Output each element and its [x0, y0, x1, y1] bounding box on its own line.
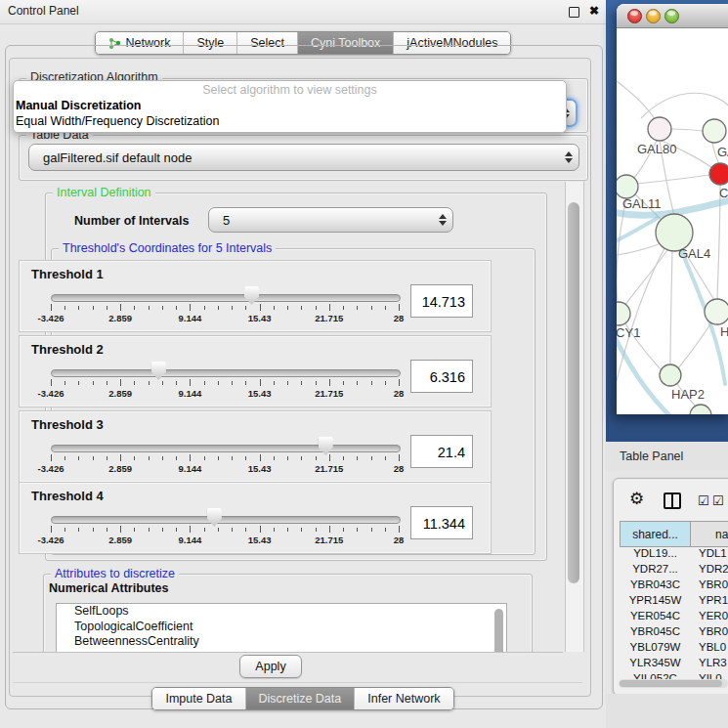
slider-track[interactable] — [51, 516, 401, 524]
attribute-list-item[interactable]: BetweennessCentrality — [57, 634, 506, 650]
threshold-value-field[interactable]: 14.713 — [410, 284, 473, 318]
column-header-shared[interactable]: shared... — [620, 521, 691, 547]
control-panel: Control Panel ✖ NetworkStyleSelectCyni T… — [0, 0, 606, 728]
slider-thumb[interactable] — [319, 437, 333, 455]
table-row[interactable]: YDL19...YDL1 — [620, 547, 728, 563]
network-node[interactable] — [703, 119, 726, 143]
minimize-button[interactable] — [646, 9, 661, 23]
spinner-value: 5 — [209, 213, 433, 228]
checkbox-icon[interactable]: ☑ — [698, 493, 709, 508]
close-icon[interactable]: ✖ — [589, 4, 599, 18]
table-cell: YLR3 — [691, 657, 728, 672]
slider-track[interactable] — [51, 445, 401, 452]
bottom-tab-bar: Impute DataDiscretize DataInfer Network — [0, 687, 606, 709]
threshold-value-field[interactable]: 11.344 — [410, 506, 473, 539]
threshold-value-field[interactable]: 6.316 — [410, 360, 473, 393]
spinner-stepper-icon — [433, 214, 452, 226]
column-header-name[interactable]: na — [691, 521, 728, 547]
slider-tick-labels: -3.4262.8599.14415.4321.71528 — [51, 535, 399, 546]
table-cell: YPR1 — [691, 594, 728, 610]
attribute-list-item[interactable]: TopologicalCoefficient — [57, 620, 506, 635]
network-canvas[interactable]: GAL80GACGAL11GAL4GCY1HHAP2 — [617, 28, 728, 414]
network-edge — [641, 93, 728, 118]
table-hscrollbar-track[interactable] — [619, 679, 728, 688]
table-hscrollbar-thumb[interactable] — [620, 680, 722, 687]
table-cell: YDL19... — [620, 547, 691, 563]
table-row[interactable]: YDR27...YDR2 — [620, 563, 728, 578]
network-node[interactable] — [648, 117, 671, 141]
table-cell: YBR043C — [620, 578, 691, 594]
table-cell: YPR145W — [620, 594, 691, 610]
threshold-label: Threshold 1 — [31, 267, 104, 281]
table-row[interactable]: YBR045CYBR0 — [620, 625, 728, 641]
group-threshold-coordinates-title: Threshold's Coordinates for 5 Intervals — [59, 241, 276, 255]
network-node-label: GAL80 — [637, 142, 676, 156]
number-of-intervals-label: Number of Intervals — [74, 214, 189, 228]
apply-button[interactable]: Apply — [239, 655, 302, 678]
float-icon[interactable] — [569, 7, 579, 18]
network-window-titlebar[interactable] — [617, 4, 728, 28]
table-data-combo-value: galFiltered.sif default node — [29, 150, 559, 165]
table-row[interactable]: YPR145WYPR1 — [620, 594, 728, 610]
slider-thumb[interactable] — [207, 508, 222, 527]
checkbox-icon[interactable]: ☑ — [712, 493, 724, 508]
network-edge — [670, 251, 672, 364]
zoom-button[interactable] — [664, 9, 679, 23]
tab-infer-network[interactable]: Infer Network — [354, 688, 452, 709]
slider-thumb[interactable] — [244, 286, 259, 305]
table-header-row: shared... na — [620, 521, 728, 547]
table-row[interactable]: YER054CYER0 — [620, 610, 728, 625]
tab-discretize-data[interactable]: Discretize Data — [245, 688, 355, 709]
tab-label: Impute Data — [165, 692, 232, 706]
numerical-attributes-list[interactable]: SelfLoopsTopologicalCoefficientBetweenne… — [56, 603, 507, 653]
table-row[interactable]: YLR345WYLR3 — [620, 657, 728, 672]
table-cell: YER0 — [691, 610, 728, 625]
table-cell: YBR045C — [620, 625, 691, 641]
network-node[interactable] — [660, 364, 681, 386]
attributes-list-scrollbar-thumb[interactable] — [494, 609, 503, 653]
network-node[interactable] — [705, 299, 728, 324]
close-button[interactable] — [627, 9, 642, 23]
main-scrollbar-thumb[interactable] — [568, 202, 579, 583]
network-node-label: GA — [717, 145, 728, 159]
group-attributes-title: Attributes to discretize — [51, 567, 179, 580]
threshold-panel: Threshold 4-3.4262.8599.14415.4321.71528… — [19, 482, 492, 554]
network-node-label: GCY1 — [617, 325, 640, 340]
network-edge — [625, 250, 667, 305]
apply-row: Apply — [13, 652, 582, 683]
network-edge-thick — [617, 218, 658, 247]
network-node[interactable] — [617, 175, 638, 198]
table-cell: YBL079W — [620, 641, 691, 657]
table-row[interactable]: YBL079WYBL0 — [620, 641, 728, 657]
table-row[interactable]: YBR043CYBR0 — [620, 578, 728, 594]
network-window: GAL80GACGAL11GAL4GCY1HHAP2 — [617, 4, 728, 414]
data-table: shared... na YDL19...YDL1YDR27...YDR2YBR… — [620, 521, 728, 688]
popup-option[interactable]: Manual Discretization — [14, 98, 566, 113]
tab-label: Infer Network — [367, 692, 440, 706]
slider-track[interactable] — [51, 369, 401, 377]
attribute-list-item[interactable]: SelfLoops — [57, 604, 506, 620]
threshold-panel: Threshold 1-3.4262.8599.14415.4321.71528… — [19, 260, 492, 332]
slider-thumb[interactable] — [151, 362, 166, 380]
network-edge — [671, 129, 703, 131]
popup-option[interactable]: Equal Width/Frequency Discretization — [14, 113, 566, 129]
network-node-label: GAL4 — [678, 246, 710, 261]
split-view-icon[interactable] — [664, 492, 681, 509]
table-panel-title: Table Panel — [620, 450, 683, 463]
number-of-intervals-spinner[interactable]: 5 — [208, 207, 453, 233]
table-cell: YBR0 — [691, 578, 728, 594]
threshold-panel: Threshold 2-3.4262.8599.14415.4321.71528… — [19, 335, 492, 407]
network-node[interactable] — [617, 302, 630, 325]
table-card: ⚙ ☑ ☑ shared... na YDL19...YDL1YDR27...Y… — [613, 478, 728, 696]
tab-label: Discretize Data — [259, 692, 342, 706]
tab-impute-data[interactable]: Impute Data — [152, 688, 244, 709]
network-node[interactable] — [690, 405, 711, 414]
table-cell: YLR345W — [620, 657, 691, 672]
main-scrollbar-track[interactable] — [565, 182, 584, 652]
network-node[interactable] — [709, 163, 728, 185]
table-data-combo[interactable]: galFiltered.sif default node — [28, 144, 579, 171]
table-cell: YDR2 — [691, 563, 728, 578]
gear-icon[interactable]: ⚙ — [629, 490, 644, 509]
slider-track[interactable] — [51, 294, 401, 302]
threshold-value-field[interactable]: 21.4 — [410, 435, 473, 468]
